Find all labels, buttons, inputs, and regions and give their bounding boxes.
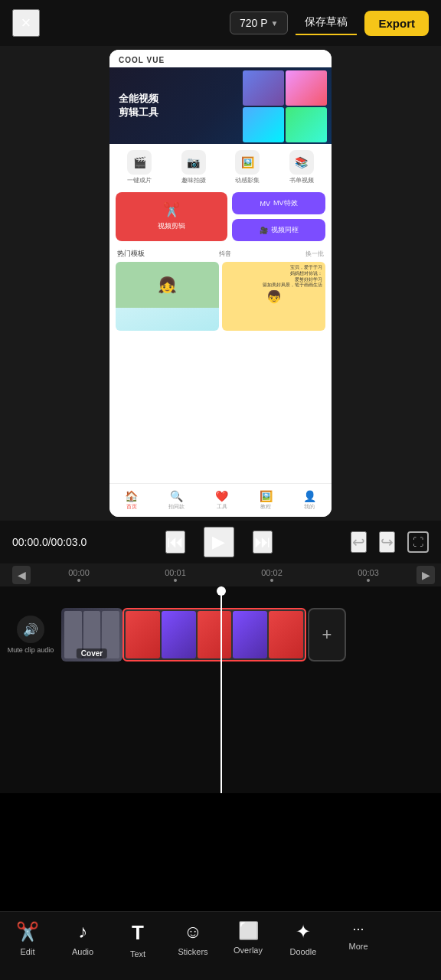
toolbar-overlay[interactable]: ⬜ Overlay	[220, 921, 276, 955]
hero-img-1	[243, 70, 284, 106]
template-text-overlay: 宝贝，爱于于习妈妈想对你说：爱努好好学习留如美好风景，笔于画画生活	[263, 265, 322, 289]
edit-label: 视频剪辑	[158, 221, 185, 231]
toolbar-doodle[interactable]: ✦ Doodle	[276, 921, 331, 956]
app-header: COOL VUE	[109, 50, 332, 67]
toolbar-stickers[interactable]: ☺ Stickers	[165, 921, 220, 956]
audio-tool-label: Audio	[72, 947, 93, 956]
shoot-icon: 🔍	[170, 490, 183, 502]
tools-icon: ❤️	[215, 490, 228, 502]
edit-button[interactable]: ✂️ 视频剪辑	[116, 192, 227, 241]
redo-button[interactable]: ↪	[379, 531, 395, 553]
undo-button[interactable]: ↩	[351, 531, 367, 553]
app-icons-row: 🎬 一键成片 📷 趣味拍摄 🖼️ 动感影集 📚 书单视频	[109, 144, 332, 188]
toolbar-audio[interactable]: ♪ Audio	[55, 921, 110, 956]
scissors-icon: ✂️	[163, 201, 180, 218]
cover-label: Cover	[77, 648, 107, 658]
more-icon: ···	[352, 921, 364, 937]
ruler-mark-0: 00:00	[68, 568, 90, 582]
clip-frame-5	[269, 611, 303, 658]
sync-icon: 🎥	[260, 227, 268, 234]
doodle-tool-label: Doodle	[290, 947, 317, 956]
stickers-icon: ☺	[184, 921, 203, 942]
overlay-tool-label: Overlay	[234, 946, 263, 955]
more-tool-label: More	[348, 942, 368, 951]
icon-label-3: 动感影集	[235, 176, 260, 185]
add-clip-button[interactable]: +	[308, 608, 346, 662]
icon-circle-4: 📚	[289, 150, 314, 175]
app-bottom-nav: 🏠 首页 🔍 拍同款 ❤️ 工具 🖼️ 教程 👤 我的	[109, 483, 332, 517]
controls-center: ⏮ ▶ ⏭	[165, 527, 273, 557]
nav-mine[interactable]: 👤 我的	[303, 490, 316, 511]
template-grid: 👧 宝贝，爱于于习妈妈想对你说：爱努好好学习留如美好风景，笔于画画生活 👦	[109, 262, 332, 331]
app-buttons-row: ✂️ 视频剪辑 MV MV特效 🎥 视频同框	[109, 188, 332, 246]
icon-item-4[interactable]: 📚 书单视频	[289, 150, 314, 185]
bottom-toolbar: ✂️ Edit ♪ Audio T Text ☺ Stickers ⬜ Over…	[0, 911, 441, 980]
edit-icon: ✂️	[16, 921, 39, 942]
stickers-tool-label: Stickers	[178, 947, 207, 956]
mv-label: MV特效	[273, 198, 298, 208]
nav-home[interactable]: 🏠 首页	[125, 490, 138, 511]
clip-frame-4	[233, 611, 267, 658]
mute-label: Mute clip audio	[8, 646, 54, 654]
icon-label-1: 一键成片	[127, 176, 152, 185]
skip-forward-button[interactable]: ⏭	[253, 531, 273, 554]
ruler-end-button[interactable]: ▶	[416, 566, 435, 584]
main-clip[interactable]	[122, 608, 306, 662]
icon-item-2[interactable]: 📷 趣味拍摄	[181, 150, 206, 185]
nav-mine-label: 我的	[304, 503, 315, 511]
sync-label: 视频同框	[271, 225, 299, 235]
template-source: 抖音	[219, 250, 231, 258]
hero-img-3	[243, 107, 284, 142]
hero-images	[240, 67, 332, 144]
nav-shoot[interactable]: 🔍 拍同款	[168, 490, 185, 511]
icon-item-1[interactable]: 🎬 一键成片	[127, 150, 152, 185]
template-card-2[interactable]: 宝贝，爱于于习妈妈想对你说：爱努好好学习留如美好风景，笔于画画生活 👦	[222, 262, 325, 331]
ruler-mark-3: 00:03	[358, 568, 379, 582]
doodle-icon: ✦	[296, 921, 311, 942]
icon-circle-2: 📷	[181, 150, 206, 175]
skip-back-button[interactable]: ⏮	[165, 531, 185, 554]
phone-mockup: COOL VUE 全能视频 剪辑工具 🎬 一键成片 📷 趣味拍摄	[109, 50, 332, 517]
mine-icon: 👤	[303, 490, 316, 502]
icon-label-2: 趣味拍摄	[181, 176, 206, 185]
toolbar-edit[interactable]: ✂️ Edit	[0, 921, 55, 956]
time-current: 00:00.0	[12, 536, 48, 548]
nav-tools[interactable]: ❤️ 工具	[215, 490, 228, 511]
toolbar-text[interactable]: T Text	[110, 921, 165, 959]
nav-tutorial[interactable]: 🖼️ 教程	[260, 490, 273, 511]
ruler-dot-2	[270, 579, 273, 582]
icon-circle-1: 🎬	[127, 150, 152, 175]
ruler-dot-1	[174, 579, 177, 582]
template-more[interactable]: 换一批	[305, 250, 324, 258]
text-tool-label: Text	[130, 949, 145, 959]
ruler-marks: 00:00 00:01 00:02 00:03	[31, 568, 416, 582]
nav-home-label: 首页	[126, 503, 137, 511]
toolbar-more[interactable]: ··· More	[331, 921, 386, 951]
save-draft-button[interactable]: 保存草稿	[296, 11, 357, 35]
fullscreen-button[interactable]: ⛶	[407, 531, 429, 553]
resolution-button[interactable]: 720 P ▼	[230, 11, 289, 34]
resolution-label: 720 P	[240, 17, 268, 29]
text-icon: T	[132, 921, 144, 945]
cover-clip[interactable]: Cover	[61, 608, 122, 662]
sync-button[interactable]: 🎥 视频同框	[232, 219, 325, 241]
play-button[interactable]: ▶	[204, 527, 234, 557]
ruler-dot-3	[367, 579, 370, 582]
mute-button[interactable]: 🔊 Mute clip audio	[0, 616, 61, 654]
mv-button[interactable]: MV MV特效	[232, 192, 325, 214]
fullscreen-icon: ⛶	[413, 536, 423, 548]
audio-icon: ♪	[78, 921, 87, 942]
export-button[interactable]: Export	[364, 11, 429, 36]
tutorial-icon: 🖼️	[260, 490, 273, 502]
close-button[interactable]: ×	[12, 9, 40, 37]
home-icon: 🏠	[125, 490, 138, 502]
ruler-start-button[interactable]: ◀	[12, 566, 31, 584]
playhead[interactable]	[220, 586, 222, 793]
top-bar: × 720 P ▼ 保存草稿 Export	[0, 0, 441, 46]
video-track: Cover +	[61, 608, 441, 662]
template-card-1[interactable]: 👧	[116, 262, 219, 331]
icon-item-3[interactable]: 🖼️ 动感影集	[235, 150, 260, 185]
ruler-dot-0	[77, 579, 80, 582]
ruler-mark-2: 00:02	[261, 568, 283, 582]
hero-text: 全能视频 剪辑工具	[119, 92, 158, 119]
